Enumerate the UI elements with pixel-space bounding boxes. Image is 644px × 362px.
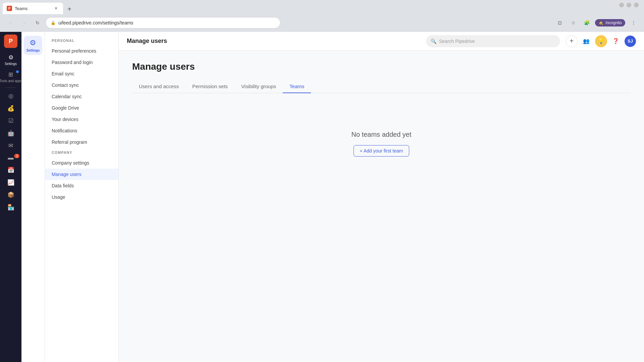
avatar[interactable]: SJ [625, 36, 636, 47]
tab-title-text: Teams [15, 6, 50, 11]
window-controls [619, 3, 639, 7]
tab-close-button[interactable]: ✕ [53, 5, 59, 11]
menu-item-data-fields[interactable]: Data fields [45, 180, 118, 191]
page-title: Manage users [132, 61, 631, 72]
menu-item-your-devices[interactable]: Your devices [45, 114, 118, 125]
sidebar-item-deals[interactable]: 💰 [1, 103, 20, 114]
menu-item-usage[interactable]: Usage [45, 191, 118, 203]
omnibar-right: ⊡ ☆ 🧩 🕵 Incognito ⋮ [555, 18, 639, 28]
back-button[interactable]: ← [5, 17, 16, 28]
email-icon: ✉ [8, 142, 13, 149]
header-actions: + 👥 💡 ❓ SJ [566, 35, 636, 47]
sidebar-item-billing[interactable]: ▬ 3 [1, 153, 20, 163]
menu-item-google-drive[interactable]: Google Drive [45, 102, 118, 114]
settings-sidebar: ⚙ Settings [21, 32, 45, 362]
billing-icon: ▬ [8, 155, 14, 161]
personal-section-label: PERSONAL [45, 39, 118, 45]
maximize-button[interactable] [627, 3, 631, 7]
active-tab[interactable]: P Teams ✕ [3, 3, 63, 14]
extension-icon[interactable]: 🧩 [582, 18, 592, 28]
home-icon: ◎ [8, 93, 13, 100]
cast-icon[interactable]: ⊡ [555, 18, 565, 28]
users-icon-button[interactable]: 👥 [580, 35, 592, 47]
reload-button[interactable]: ↻ [32, 17, 43, 28]
sidebar-item-stores[interactable]: 🏪 [1, 202, 20, 213]
add-first-team-button[interactable]: + Add your first team [354, 145, 410, 157]
main-area: Manage users 🔍 Search Pipedrive + 👥 💡 ❓ … [119, 32, 644, 362]
deals-icon: 💰 [7, 105, 14, 112]
second-sidebar: PERSONAL Personal preferences Password a… [45, 32, 119, 362]
new-tab-button[interactable]: + [64, 4, 74, 14]
settings-nav-item[interactable]: ⚙ Settings [24, 36, 42, 55]
url-bar[interactable]: 🔒 uifeed.pipedrive.com/settings/teams [46, 17, 280, 28]
app-layout: P ⚙ Settings ⊞ Tools and apps ◎ 💰 ☑ 🤖 ✉ … [0, 32, 644, 362]
calendar-icon: 📅 [7, 167, 14, 174]
menu-item-contact-sync[interactable]: Contact sync [45, 79, 118, 91]
sidebar-item-home[interactable]: ◎ [1, 90, 20, 102]
nav-divider [6, 87, 16, 88]
empty-state-message: No teams added yet [352, 131, 412, 138]
browser-chrome: P Teams ✕ + ← → ↻ 🔒 uifeed.pipedrive.com… [0, 0, 644, 32]
menu-item-notifications[interactable]: Notifications [45, 125, 118, 136]
lightning-icon-button[interactable]: 💡 [595, 35, 607, 47]
stores-icon: 🏪 [7, 204, 14, 211]
sidebar-item-calendar[interactable]: 📅 [1, 165, 20, 176]
tab-visibility-groups[interactable]: Visibility groups [234, 80, 283, 93]
tab-permission-sets[interactable]: Permission sets [185, 80, 234, 93]
settings-nav-label: Settings [5, 62, 17, 66]
tab-teams[interactable]: Teams [283, 80, 311, 93]
menu-item-company-settings[interactable]: Company settings [45, 157, 118, 169]
billing-badge: 3 [14, 154, 19, 158]
sidebar-item-reports[interactable]: 📈 [1, 177, 20, 188]
tab-favicon: P [7, 6, 12, 11]
menu-item-email-sync[interactable]: Email sync [45, 68, 118, 79]
lock-icon: 🔒 [51, 20, 56, 25]
menu-item-personal-preferences[interactable]: Personal preferences [45, 45, 118, 57]
forward-button[interactable]: → [19, 17, 30, 28]
incognito-badge: 🕵 Incognito [595, 19, 625, 26]
menu-item-password-login[interactable]: Password and login [45, 57, 118, 68]
menu-item-referral-program[interactable]: Referral program [45, 136, 118, 148]
personal-section: PERSONAL Personal preferences Password a… [45, 39, 118, 150]
search-icon: 🔍 [431, 39, 436, 44]
empty-state: No teams added yet + Add your first team [132, 104, 631, 183]
bookmark-icon[interactable]: ☆ [568, 18, 578, 28]
more-options-icon[interactable]: ⋮ [629, 18, 639, 28]
menu-item-calendar-sync[interactable]: Calendar sync [45, 91, 118, 102]
sidebar-item-products[interactable]: 📦 [1, 189, 20, 200]
incognito-icon: 🕵 [598, 20, 603, 25]
tools-notification-dot [16, 70, 19, 73]
sidebar-item-automations[interactable]: 🤖 [1, 128, 20, 139]
settings-main-icon: ⚙ [30, 39, 36, 47]
app-logo[interactable]: P [4, 35, 17, 48]
minimize-button[interactable] [619, 3, 624, 7]
sidebar-item-email[interactable]: ✉ [1, 140, 20, 151]
menu-item-manage-users[interactable]: Manage users [45, 169, 118, 180]
sidebar-item-tools[interactable]: ⊞ Tools and apps [1, 69, 20, 85]
header-title: Manage users [127, 38, 167, 45]
tab-bar: P Teams ✕ + [0, 0, 644, 14]
company-section: COMPANY Company settings Manage users Da… [45, 150, 118, 203]
tab-users-access[interactable]: Users and access [132, 80, 185, 93]
omnibar: ← → ↻ 🔒 uifeed.pipedrive.com/settings/te… [0, 14, 644, 32]
tabs: Users and access Permission sets Visibil… [132, 80, 631, 93]
help-icon-button[interactable]: ❓ [610, 35, 622, 47]
tasks-icon: ☑ [8, 117, 13, 124]
reports-icon: 📈 [7, 179, 14, 186]
company-section-label: COMPANY [45, 150, 118, 157]
sidebar-item-settings[interactable]: ⚙ Settings [1, 52, 20, 68]
main-content: Manage users Users and access Permission… [119, 51, 644, 362]
incognito-label: Incognito [605, 20, 622, 25]
settings-icon: ⚙ [8, 54, 13, 61]
page-content: Manage users Users and access Permission… [119, 51, 644, 194]
left-nav: P ⚙ Settings ⊞ Tools and apps ◎ 💰 ☑ 🤖 ✉ … [0, 32, 21, 362]
search-bar[interactable]: 🔍 Search Pipedrive [426, 35, 560, 47]
tools-nav-label: Tools and apps [0, 79, 22, 83]
close-button[interactable] [634, 3, 639, 7]
add-button[interactable]: + [566, 35, 578, 47]
automations-icon: 🤖 [7, 130, 14, 137]
search-placeholder: Search Pipedrive [439, 39, 475, 44]
products-icon: 📦 [7, 191, 14, 198]
url-text: uifeed.pipedrive.com/settings/teams [58, 20, 275, 25]
sidebar-item-tasks[interactable]: ☑ [1, 115, 20, 126]
